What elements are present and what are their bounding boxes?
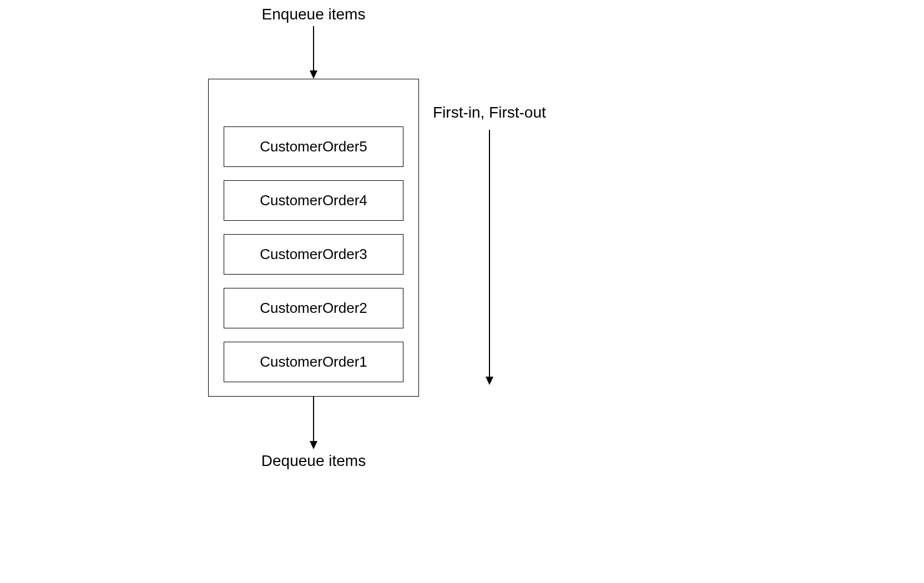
svg-marker-3 [310,441,317,449]
dequeue-label: Dequeue items [208,452,419,470]
svg-marker-5 [486,377,493,385]
queue-item: CustomerOrder3 [224,234,403,275]
svg-marker-1 [310,70,317,79]
enqueue-label: Enqueue items [208,6,419,23]
queue-item: CustomerOrder5 [224,126,403,167]
fifo-section: First-in, First-out [433,104,546,385]
fifo-arrow-icon [484,130,495,385]
enqueue-arrow-icon [208,26,419,79]
queue-item: CustomerOrder4 [224,180,403,221]
dequeue-arrow-icon [208,397,419,449]
queue-item: CustomerOrder2 [224,288,403,328]
queue-item: CustomerOrder1 [224,342,403,382]
fifo-label: First-in, First-out [433,104,546,121]
queue-container: CustomerOrder5 CustomerOrder4 CustomerOr… [208,79,419,397]
